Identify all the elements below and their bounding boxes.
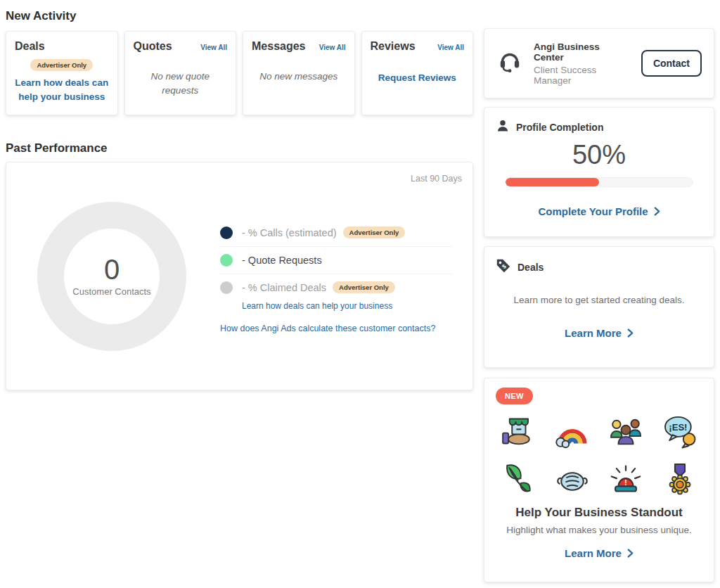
deals-promo-body: Learn more to get started creating deals… (508, 293, 690, 307)
customer-contacts-donut-chart: 0 Customer Contacts (37, 202, 186, 351)
deals-promo-card: $ Deals Learn more to get started creati… (484, 246, 714, 368)
profile-progress-fill (506, 178, 599, 186)
siren-icon: ! (606, 459, 645, 499)
quotes-activity-card: Quotes View All No new quote requests (124, 31, 237, 115)
legend-row-claimed-deals: - % Claimed Deals Advertiser Only (220, 274, 452, 301)
business-center-card: Angi Business Center Client Success Mana… (484, 28, 714, 98)
chevron-right-icon (654, 207, 660, 216)
main-column: New Activity Deals Advertiser Only Learn… (6, 6, 473, 582)
calls-legend-dot (220, 226, 233, 239)
headset-icon (496, 49, 523, 78)
profile-completion-title: Profile Completion (516, 122, 603, 133)
standout-body: Highlight what makes your business uniqu… (496, 525, 702, 535)
leaves-icon (499, 459, 538, 499)
new-badge: NEW (496, 388, 533, 404)
donut-value: 0 (104, 255, 120, 283)
activity-cards-row: Deals Advertiser Only Learn how deals ca… (6, 31, 473, 115)
standout-learn-more-link[interactable]: Learn More (496, 547, 702, 559)
messages-card-title: Messages (252, 40, 306, 53)
reviews-view-all-link[interactable]: View All (437, 44, 464, 51)
reviews-card-title: Reviews (371, 40, 416, 53)
deals-card-title: Deals (15, 40, 45, 53)
sidebar-column: Angi Business Center Client Success Mana… (484, 28, 714, 582)
donut-legend: - % Calls (estimated) Advertiser Only - … (220, 219, 452, 333)
profile-completion-card: Profile Completion 50% Complete Your Pro… (484, 107, 714, 237)
price-tag-icon: $ (496, 258, 511, 276)
request-reviews-link[interactable]: Request Reviews (369, 71, 466, 85)
dashboard: New Activity Deals Advertiser Only Learn… (0, 0, 720, 588)
medal-icon (660, 459, 700, 499)
complete-profile-link[interactable]: Complete Your Profile (496, 205, 702, 217)
messages-empty-text: No new messages (250, 70, 347, 84)
chevron-right-icon (627, 328, 634, 338)
past-performance-heading: Past Performance (6, 141, 473, 156)
face-mask-icon (553, 459, 592, 499)
support-role: Client Success Manager (534, 65, 631, 86)
deals-learn-link[interactable]: Learn how deals can help your business (13, 76, 110, 105)
chevron-right-icon (627, 549, 634, 558)
person-icon (496, 119, 510, 136)
calculation-info-link[interactable]: How does Angi Ads calculate these custom… (220, 324, 452, 333)
legend-row-calls: - % Calls (estimated) Advertiser Only (220, 219, 452, 247)
past-performance-card: Last 90 Days 0 Customer Contacts - % Cal… (6, 162, 473, 390)
rainbow-icon (553, 411, 592, 451)
messages-view-all-link[interactable]: View All (319, 44, 346, 51)
claimed-deals-legend-label: - % Claimed Deals (242, 282, 326, 293)
quotes-empty-text: No new quote requests (132, 70, 229, 97)
new-activity-heading: New Activity (6, 8, 473, 24)
legend-row-quotes: - Quote Requests (220, 247, 452, 274)
deals-learn-more-link[interactable]: Learn More (496, 327, 702, 339)
standout-title: Help Your Business Standout (496, 506, 702, 520)
profile-percent: 50% (496, 140, 702, 170)
reviews-activity-card: Reviews View All Request Reviews (361, 31, 474, 115)
quotes-legend-label: - Quote Requests (242, 255, 322, 266)
advertiser-only-badge: Advertiser Only (30, 59, 93, 71)
claimed-deals-legend-dot (220, 281, 233, 294)
support-name: Angi Business Center (534, 41, 631, 63)
standout-icon-grid: ¡ES! (498, 411, 700, 499)
svg-text:¡ES!: ¡ES! (669, 422, 687, 433)
quotes-card-title: Quotes (134, 40, 172, 53)
business-standout-card: NEW (484, 378, 714, 582)
advertiser-only-badge: Advertiser Only (333, 281, 395, 293)
contact-button[interactable]: Contact (641, 50, 702, 77)
deals-promo-title: Deals (518, 262, 544, 273)
calls-legend-label: - % Calls (estimated) (242, 227, 337, 238)
storefront-in-hand-icon (499, 411, 538, 451)
quotes-view-all-link[interactable]: View All (200, 44, 227, 51)
donut-label: Customer Contacts (72, 286, 150, 297)
diverse-group-icon (606, 411, 645, 451)
quotes-legend-dot (220, 254, 233, 267)
spanish-es-speech-bubble-icon: ¡ES! (660, 411, 700, 451)
deals-activity-card: Deals Advertiser Only Learn how deals ca… (6, 31, 118, 115)
messages-activity-card: Messages View All No new messages (243, 31, 355, 115)
period-label: Last 90 Days (411, 174, 462, 184)
advertiser-only-badge: Advertiser Only (343, 226, 406, 238)
profile-progress-bar (505, 177, 693, 187)
deals-help-link[interactable]: Learn how deals can help your business (242, 301, 452, 311)
svg-text:!: ! (624, 478, 627, 487)
